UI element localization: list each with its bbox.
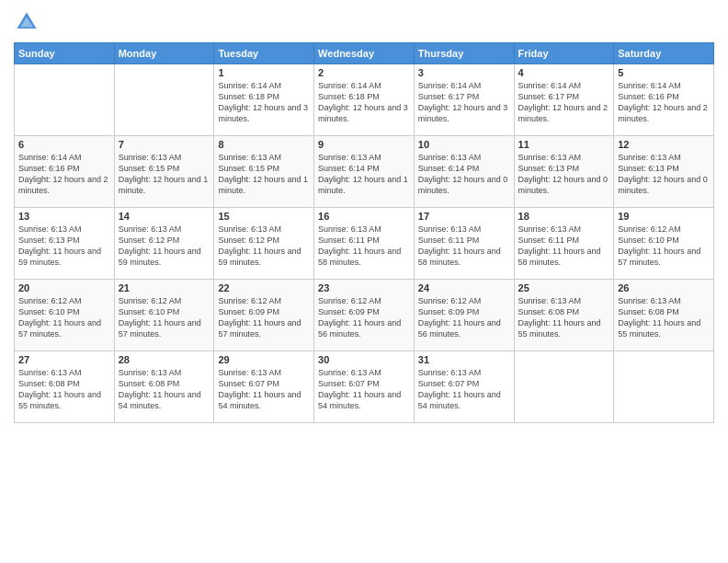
day-info: Sunrise: 6:13 AM Sunset: 6:14 PM Dayligh… <box>318 152 410 197</box>
day-number: 18 <box>518 211 610 222</box>
day-number: 28 <box>119 354 210 365</box>
calendar-cell: 28Sunrise: 6:13 AM Sunset: 6:08 PM Dayli… <box>114 351 214 423</box>
calendar-cell: 7Sunrise: 6:13 AM Sunset: 6:15 PM Daylig… <box>114 136 214 208</box>
calendar-cell: 15Sunrise: 6:13 AM Sunset: 6:12 PM Dayli… <box>214 208 314 280</box>
day-number: 17 <box>418 211 510 222</box>
calendar-cell: 30Sunrise: 6:13 AM Sunset: 6:07 PM Dayli… <box>314 351 415 423</box>
day-number: 15 <box>218 211 310 222</box>
day-info: Sunrise: 6:13 AM Sunset: 6:15 PM Dayligh… <box>218 152 310 197</box>
calendar-cell: 29Sunrise: 6:13 AM Sunset: 6:07 PM Dayli… <box>214 351 314 423</box>
day-number: 21 <box>119 282 210 293</box>
calendar-cell <box>114 64 214 136</box>
day-info: Sunrise: 6:14 AM Sunset: 6:16 PM Dayligh… <box>18 152 110 197</box>
header <box>14 9 714 35</box>
calendar-week-5: 27Sunrise: 6:13 AM Sunset: 6:08 PM Dayli… <box>15 351 714 423</box>
day-info: Sunrise: 6:13 AM Sunset: 6:08 PM Dayligh… <box>518 295 610 340</box>
day-number: 7 <box>119 139 210 150</box>
day-info: Sunrise: 6:12 AM Sunset: 6:10 PM Dayligh… <box>618 224 710 269</box>
weekday-header-thursday: Thursday <box>414 43 514 64</box>
weekday-header-friday: Friday <box>514 43 614 64</box>
calendar-cell: 18Sunrise: 6:13 AM Sunset: 6:11 PM Dayli… <box>514 208 614 280</box>
day-info: Sunrise: 6:13 AM Sunset: 6:13 PM Dayligh… <box>618 152 710 197</box>
day-info: Sunrise: 6:12 AM Sunset: 6:10 PM Dayligh… <box>119 295 210 340</box>
day-info: Sunrise: 6:14 AM Sunset: 6:17 PM Dayligh… <box>518 80 610 125</box>
day-info: Sunrise: 6:13 AM Sunset: 6:07 PM Dayligh… <box>318 367 410 412</box>
calendar-body: 1Sunrise: 6:14 AM Sunset: 6:18 PM Daylig… <box>15 64 714 423</box>
calendar-cell: 23Sunrise: 6:12 AM Sunset: 6:09 PM Dayli… <box>314 280 415 351</box>
calendar-cell: 6Sunrise: 6:14 AM Sunset: 6:16 PM Daylig… <box>15 136 115 208</box>
day-number: 27 <box>18 354 110 365</box>
day-number: 10 <box>418 139 510 150</box>
day-number: 24 <box>418 282 510 293</box>
day-info: Sunrise: 6:14 AM Sunset: 6:16 PM Dayligh… <box>618 80 710 125</box>
weekday-header-saturday: Saturday <box>614 43 714 64</box>
calendar-cell <box>514 351 614 423</box>
weekday-header-tuesday: Tuesday <box>214 43 314 64</box>
day-info: Sunrise: 6:12 AM Sunset: 6:09 PM Dayligh… <box>218 295 310 340</box>
calendar-cell: 21Sunrise: 6:12 AM Sunset: 6:10 PM Dayli… <box>114 280 214 351</box>
day-info: Sunrise: 6:14 AM Sunset: 6:18 PM Dayligh… <box>218 80 310 125</box>
day-number: 4 <box>518 67 610 78</box>
day-info: Sunrise: 6:13 AM Sunset: 6:13 PM Dayligh… <box>18 224 110 269</box>
weekday-header-monday: Monday <box>114 43 214 64</box>
day-number: 6 <box>18 139 110 150</box>
weekday-header-row: SundayMondayTuesdayWednesdayThursdayFrid… <box>15 43 714 64</box>
day-number: 19 <box>618 211 710 222</box>
day-info: Sunrise: 6:13 AM Sunset: 6:15 PM Dayligh… <box>119 152 210 197</box>
calendar-cell: 9Sunrise: 6:13 AM Sunset: 6:14 PM Daylig… <box>314 136 415 208</box>
calendar-cell: 22Sunrise: 6:12 AM Sunset: 6:09 PM Dayli… <box>214 280 314 351</box>
calendar-cell <box>15 64 115 136</box>
calendar-cell: 12Sunrise: 6:13 AM Sunset: 6:13 PM Dayli… <box>614 136 714 208</box>
day-info: Sunrise: 6:13 AM Sunset: 6:12 PM Dayligh… <box>119 224 210 269</box>
day-number: 11 <box>518 139 610 150</box>
calendar-cell: 4Sunrise: 6:14 AM Sunset: 6:17 PM Daylig… <box>514 64 614 136</box>
day-info: Sunrise: 6:13 AM Sunset: 6:08 PM Dayligh… <box>119 367 210 412</box>
day-info: Sunrise: 6:13 AM Sunset: 6:14 PM Dayligh… <box>418 152 510 197</box>
calendar-cell: 8Sunrise: 6:13 AM Sunset: 6:15 PM Daylig… <box>214 136 314 208</box>
calendar-table: SundayMondayTuesdayWednesdayThursdayFrid… <box>14 42 714 423</box>
day-info: Sunrise: 6:14 AM Sunset: 6:17 PM Dayligh… <box>418 80 510 125</box>
day-info: Sunrise: 6:12 AM Sunset: 6:10 PM Dayligh… <box>18 295 110 340</box>
calendar-week-1: 1Sunrise: 6:14 AM Sunset: 6:18 PM Daylig… <box>15 64 714 136</box>
day-number: 14 <box>119 211 210 222</box>
logo-icon <box>14 9 40 35</box>
day-number: 9 <box>318 139 410 150</box>
day-info: Sunrise: 6:13 AM Sunset: 6:12 PM Dayligh… <box>218 224 310 269</box>
day-number: 3 <box>418 67 510 78</box>
day-number: 20 <box>18 282 110 293</box>
calendar-cell: 2Sunrise: 6:14 AM Sunset: 6:18 PM Daylig… <box>314 64 415 136</box>
calendar-cell: 13Sunrise: 6:13 AM Sunset: 6:13 PM Dayli… <box>15 208 115 280</box>
calendar-cell: 3Sunrise: 6:14 AM Sunset: 6:17 PM Daylig… <box>414 64 514 136</box>
day-info: Sunrise: 6:14 AM Sunset: 6:18 PM Dayligh… <box>318 80 410 125</box>
day-number: 23 <box>318 282 410 293</box>
calendar-cell <box>614 351 714 423</box>
page: SundayMondayTuesdayWednesdayThursdayFrid… <box>0 0 728 563</box>
day-number: 25 <box>518 282 610 293</box>
day-number: 2 <box>318 67 410 78</box>
day-info: Sunrise: 6:13 AM Sunset: 6:08 PM Dayligh… <box>18 367 110 412</box>
day-info: Sunrise: 6:13 AM Sunset: 6:11 PM Dayligh… <box>418 224 510 269</box>
weekday-header-wednesday: Wednesday <box>314 43 415 64</box>
calendar-cell: 20Sunrise: 6:12 AM Sunset: 6:10 PM Dayli… <box>15 280 115 351</box>
calendar-header: SundayMondayTuesdayWednesdayThursdayFrid… <box>15 43 714 64</box>
day-number: 8 <box>218 139 310 150</box>
day-number: 13 <box>18 211 110 222</box>
day-number: 5 <box>618 67 710 78</box>
calendar-cell: 16Sunrise: 6:13 AM Sunset: 6:11 PM Dayli… <box>314 208 415 280</box>
calendar-cell: 19Sunrise: 6:12 AM Sunset: 6:10 PM Dayli… <box>614 208 714 280</box>
calendar-cell: 25Sunrise: 6:13 AM Sunset: 6:08 PM Dayli… <box>514 280 614 351</box>
calendar-cell: 26Sunrise: 6:13 AM Sunset: 6:08 PM Dayli… <box>614 280 714 351</box>
day-info: Sunrise: 6:13 AM Sunset: 6:08 PM Dayligh… <box>618 295 710 340</box>
calendar-week-2: 6Sunrise: 6:14 AM Sunset: 6:16 PM Daylig… <box>15 136 714 208</box>
calendar-cell: 27Sunrise: 6:13 AM Sunset: 6:08 PM Dayli… <box>15 351 115 423</box>
calendar-cell: 11Sunrise: 6:13 AM Sunset: 6:13 PM Dayli… <box>514 136 614 208</box>
day-number: 12 <box>618 139 710 150</box>
calendar-week-4: 20Sunrise: 6:12 AM Sunset: 6:10 PM Dayli… <box>15 280 714 351</box>
day-info: Sunrise: 6:13 AM Sunset: 6:11 PM Dayligh… <box>318 224 410 269</box>
weekday-header-sunday: Sunday <box>15 43 115 64</box>
calendar-cell: 10Sunrise: 6:13 AM Sunset: 6:14 PM Dayli… <box>414 136 514 208</box>
day-info: Sunrise: 6:13 AM Sunset: 6:07 PM Dayligh… <box>418 367 510 412</box>
day-info: Sunrise: 6:13 AM Sunset: 6:07 PM Dayligh… <box>218 367 310 412</box>
calendar-cell: 31Sunrise: 6:13 AM Sunset: 6:07 PM Dayli… <box>414 351 514 423</box>
logo <box>14 9 43 35</box>
